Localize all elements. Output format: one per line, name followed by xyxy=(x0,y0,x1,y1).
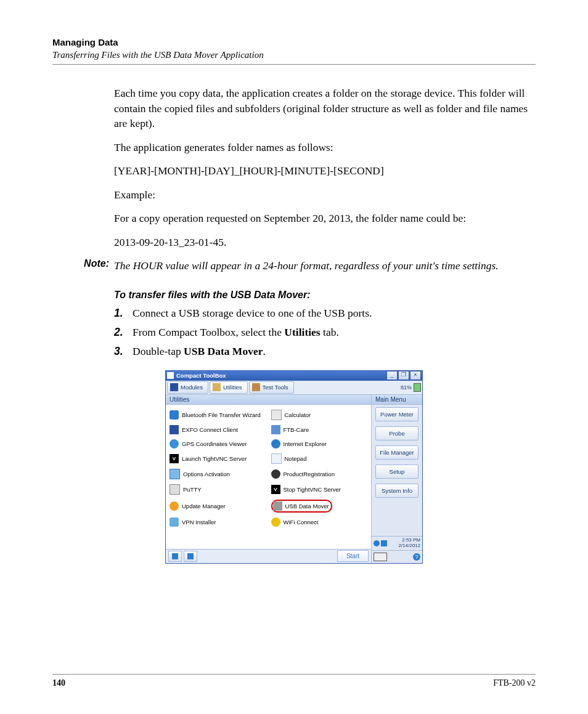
notepad-icon xyxy=(271,453,282,464)
note-body: The HOUR value will appear in a 24-hour … xyxy=(114,258,536,274)
app-icon xyxy=(167,372,174,379)
clock-date: 2/14/2012 xyxy=(398,543,420,548)
step-number: 2. xyxy=(114,326,133,339)
step-number: 3. xyxy=(114,345,133,358)
window-titlebar: Compact ToolBox _ ❐ × xyxy=(166,371,422,381)
utility-tightvnc-stop[interactable]: VStop TightVNC Server xyxy=(269,482,370,497)
utility-gps[interactable]: GPS Coordinates Viewer xyxy=(167,437,269,451)
panel-header-main-menu: Main Menu xyxy=(372,395,422,405)
chapter-title: Managing Data xyxy=(52,37,536,47)
bottom-tray: ? xyxy=(372,550,422,563)
step-text: Connect a USB storage device to one of t… xyxy=(133,307,536,320)
exfo-icon xyxy=(169,425,179,434)
tab-modules[interactable]: Modules xyxy=(167,381,208,394)
utility-putty[interactable]: PuTTY xyxy=(167,482,269,497)
minimize-button[interactable]: _ xyxy=(386,371,398,380)
help-icon[interactable]: ? xyxy=(413,553,420,561)
step-text: From Compact Toolbox, select the Utiliti… xyxy=(133,326,536,339)
utility-ftb-care[interactable]: FTB-Care xyxy=(269,423,370,437)
keyboard-icon[interactable] xyxy=(374,553,387,561)
side-button-system-info[interactable]: System Info xyxy=(375,484,419,498)
note-label: Note: xyxy=(52,258,114,274)
utility-update-manager[interactable]: Update Manager xyxy=(167,497,269,515)
window-title: Compact ToolBox xyxy=(176,372,386,379)
bluetooth-icon xyxy=(169,410,179,420)
ftbcare-icon xyxy=(271,425,280,434)
usb-icon xyxy=(273,501,282,511)
maximize-button[interactable]: ❐ xyxy=(398,371,409,380)
utility-bluetooth[interactable]: Bluetooth File Transfer Wizard xyxy=(167,407,269,423)
utility-tightvnc-launch[interactable]: VLaunch TightVNC Server xyxy=(167,451,269,466)
utility-calculator[interactable]: Calculator xyxy=(269,407,370,423)
paragraph: Each time you copy data, the application… xyxy=(114,86,536,131)
folder-name-example: 2013-09-20-13_23-01-45. xyxy=(114,235,536,250)
update-icon xyxy=(169,501,179,511)
vpn-icon xyxy=(169,517,179,527)
folder-name-pattern: [YEAR]-[MONTH]-[DAY]_[HOUR]-[MINUTE]-[SE… xyxy=(114,163,536,179)
vnc-icon: V xyxy=(169,454,179,463)
taskbar-button-2[interactable] xyxy=(184,551,197,562)
start-button[interactable]: Start xyxy=(337,550,369,562)
step-text: Double-tap USB Data Mover. xyxy=(133,345,536,358)
paragraph: The application generates folder names a… xyxy=(114,140,536,155)
utility-exfo-connect[interactable]: EXFO Connect Client xyxy=(167,423,269,437)
test-tools-icon xyxy=(252,383,260,391)
vnc-icon: V xyxy=(271,485,280,494)
utility-vpn-installer[interactable]: VPN Installer xyxy=(167,515,269,529)
screenshot-compact-toolbox: Compact ToolBox _ ❐ × Modules Utilities … xyxy=(165,370,423,564)
paragraph: Example: xyxy=(114,187,536,203)
paragraph: For a copy operation requested on Septem… xyxy=(114,211,536,226)
close-button[interactable]: × xyxy=(410,371,421,380)
signal-icon xyxy=(381,540,387,546)
utility-options-activation[interactable]: Options Activation xyxy=(167,466,269,482)
page-number: 140 xyxy=(52,678,65,688)
calculator-icon xyxy=(271,410,282,420)
utilities-icon xyxy=(213,383,221,391)
side-button-setup[interactable]: Setup xyxy=(375,465,419,479)
utility-notepad[interactable]: Notepad xyxy=(269,451,370,466)
section-title: Transferring Files with the USB Data Mov… xyxy=(52,50,536,60)
tab-label: Test Tools xyxy=(263,384,288,391)
header-rule xyxy=(52,64,536,65)
document-id: FTB-200 v2 xyxy=(493,678,536,688)
clock-time: 2:53 PM xyxy=(402,537,420,543)
tab-test-tools[interactable]: Test Tools xyxy=(249,381,294,394)
tile-icon xyxy=(187,553,194,559)
battery-icon xyxy=(414,383,421,392)
utility-product-registration[interactable]: ProductRegistration xyxy=(269,466,370,482)
utilities-grid: Bluetooth File Transfer Wizard Calculato… xyxy=(166,405,371,549)
step-number: 1. xyxy=(114,307,133,320)
utility-wifi-connect[interactable]: WiFi Connect xyxy=(269,515,370,529)
tray-icon xyxy=(374,540,380,546)
tab-utilities[interactable]: Utilities xyxy=(210,381,248,394)
registration-icon xyxy=(271,469,280,479)
tab-label: Modules xyxy=(181,384,203,391)
wifi-icon xyxy=(271,517,280,527)
ie-icon xyxy=(271,439,280,448)
options-icon xyxy=(169,469,180,479)
side-button-power-meter[interactable]: Power Meter xyxy=(375,407,419,421)
system-tray: 2:53 PM 2/14/2012 xyxy=(372,536,422,550)
taskbar-button-1[interactable] xyxy=(168,551,182,562)
tab-label: Utilities xyxy=(223,384,242,391)
globe-icon xyxy=(169,439,179,448)
side-button-file-manager[interactable]: File Manager xyxy=(375,445,419,460)
battery-indicator: 81% xyxy=(401,383,421,392)
panel-header-utilities: Utilities xyxy=(166,395,371,405)
putty-icon xyxy=(169,484,180,495)
side-button-probe[interactable]: Probe xyxy=(375,426,419,440)
grid-icon xyxy=(172,553,178,559)
modules-icon xyxy=(170,383,178,391)
utility-usb-data-mover[interactable]: USB Data Mover xyxy=(269,497,370,515)
procedure-title: To transfer files with the USB Data Move… xyxy=(114,290,536,301)
utility-ie[interactable]: Internet Explorer xyxy=(269,437,370,451)
